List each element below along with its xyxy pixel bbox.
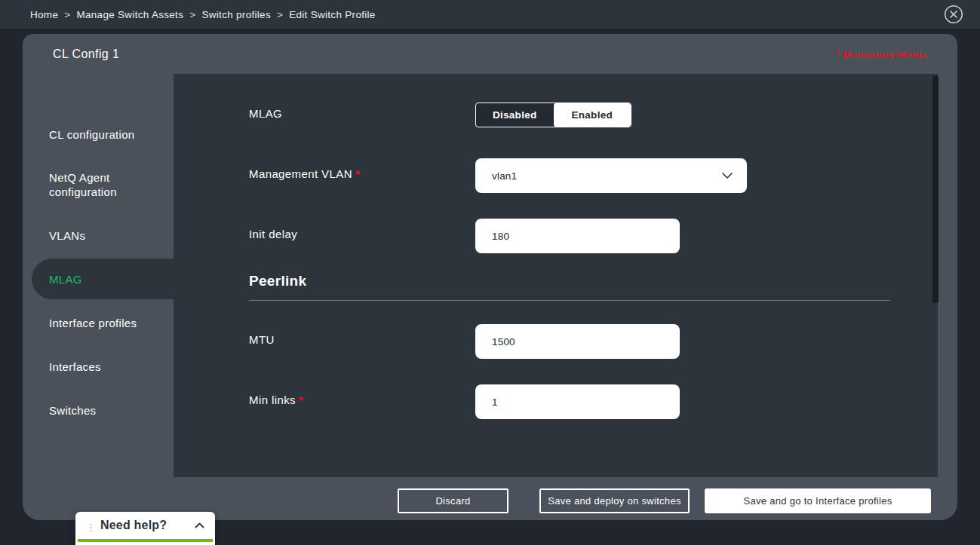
- required-marker: *: [355, 167, 360, 180]
- panel-body: CL configuration NetQ Agent configuratio…: [23, 74, 957, 477]
- need-help-row: ⋮ Need help?: [75, 512, 215, 539]
- breadcrumb-separator: >: [189, 9, 195, 20]
- profile-name-title: CL Config 1: [53, 47, 119, 61]
- sidebar-item-switches[interactable]: Switches: [23, 388, 174, 432]
- need-help-accent-bar: [78, 539, 213, 542]
- mlag-toggle: Disabled Enabled: [475, 103, 631, 127]
- need-help-widget[interactable]: ⋮ Need help?: [75, 512, 215, 545]
- mtu-label: MTU: [249, 333, 275, 346]
- peerlink-section-title: Peerlink: [249, 273, 306, 289]
- sidebar-item-label: Interfaces: [49, 360, 162, 374]
- scrollbar-thumb[interactable]: [932, 75, 939, 303]
- sidebar-item-label: MLAG: [49, 272, 162, 286]
- sidebar-item-netq-agent-configuration[interactable]: NetQ Agent configuration: [23, 156, 174, 213]
- init-delay-label: Init delay: [249, 228, 297, 240]
- sidebar-item-label: CL configuration: [49, 127, 162, 142]
- save-and-go-button[interactable]: Save and go to Interface profiles: [705, 488, 931, 513]
- mandatory-fields-note: * Mandatory Fields: [836, 48, 927, 60]
- breadcrumb-home[interactable]: Home: [30, 9, 58, 20]
- discard-button[interactable]: Discard: [398, 488, 508, 513]
- sidebar-item-label: Interface profiles: [49, 316, 162, 330]
- top-bar: Home > Manage Switch Assets > Switch pro…: [0, 0, 980, 29]
- breadcrumb-separator: >: [277, 9, 283, 20]
- sidebar-item-interfaces[interactable]: Interfaces: [23, 344, 174, 388]
- sidebar: CL configuration NetQ Agent configuratio…: [23, 74, 174, 477]
- breadcrumb-separator: >: [64, 9, 70, 20]
- mlag-toggle-disabled[interactable]: Disabled: [476, 103, 554, 127]
- sidebar-item-interface-profiles[interactable]: Interface profiles: [23, 301, 174, 344]
- mlag-toggle-enabled[interactable]: Enabled: [554, 103, 631, 127]
- init-delay-input[interactable]: [475, 219, 680, 253]
- sidebar-item-label: VLANs: [49, 228, 162, 243]
- save-and-deploy-button[interactable]: Save and deploy on switches: [539, 488, 690, 513]
- management-vlan-value: vlan1: [492, 170, 721, 182]
- mlag-form: Disabled Enabled MLAG Management VLAN* v…: [174, 74, 938, 477]
- min-links-label: Min links*: [249, 393, 303, 406]
- management-vlan-label: Management VLAN*: [249, 167, 360, 180]
- edit-switch-profile-panel: CL Config 1 * Mandatory Fields CL config…: [23, 34, 957, 520]
- breadcrumb-current-page: Edit Switch Profile: [289, 9, 376, 20]
- min-links-input[interactable]: [475, 384, 680, 419]
- breadcrumb-manage-switch-assets[interactable]: Manage Switch Assets: [76, 9, 183, 20]
- mlag-label: MLAG: [249, 107, 282, 120]
- chevron-up-icon: [195, 522, 204, 528]
- sidebar-nav: CL configuration NetQ Agent configuratio…: [23, 74, 174, 432]
- sidebar-item-vlans[interactable]: VLANs: [23, 213, 174, 257]
- sidebar-item-mlag[interactable]: MLAG: [32, 259, 174, 299]
- sidebar-item-cl-configuration[interactable]: CL configuration: [23, 112, 174, 156]
- chevron-down-icon: [721, 172, 733, 179]
- breadcrumb: Home > Manage Switch Assets > Switch pro…: [30, 9, 376, 20]
- mtu-input[interactable]: [475, 324, 680, 359]
- required-marker: *: [299, 393, 303, 406]
- close-icon[interactable]: [944, 5, 963, 24]
- management-vlan-select[interactable]: vlan1: [475, 158, 747, 193]
- drag-handle-icon: ⋮: [86, 519, 96, 532]
- need-help-label: Need help?: [100, 519, 195, 532]
- panel-header: CL Config 1 * Mandatory Fields: [23, 34, 957, 74]
- sidebar-item-label: Switches: [49, 403, 162, 418]
- breadcrumb-switch-profiles[interactable]: Switch profiles: [201, 9, 271, 20]
- sidebar-item-label: NetQ Agent configuration: [49, 170, 162, 199]
- section-divider: [249, 300, 890, 301]
